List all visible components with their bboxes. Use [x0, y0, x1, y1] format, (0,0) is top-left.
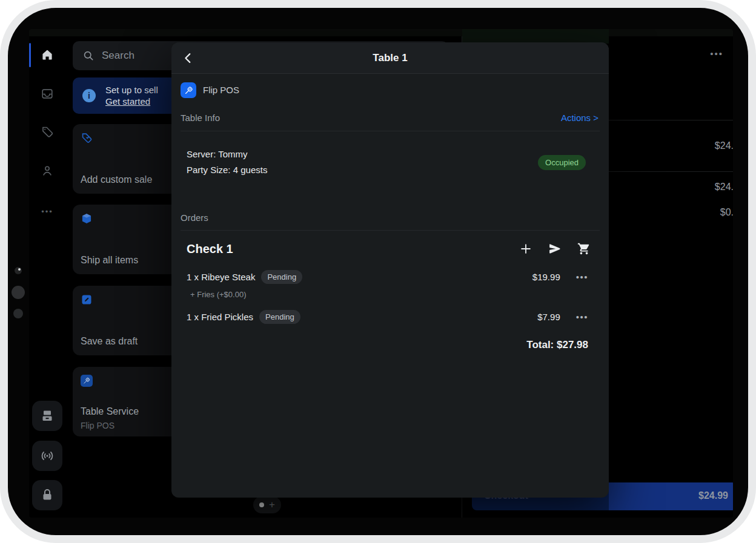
sidebar-item-customers[interactable]: [38, 161, 57, 180]
cart-button[interactable]: [576, 241, 592, 257]
spatula-icon: [81, 375, 93, 387]
sidebar-item-home[interactable]: [38, 45, 57, 65]
divider: [181, 230, 600, 231]
item-status-badge: Pending: [261, 270, 302, 284]
broadcast-button[interactable]: [32, 441, 62, 471]
banner-title: Set up to sell: [105, 84, 158, 96]
person-icon: [41, 164, 54, 177]
flip-pos-app-icon: [181, 82, 196, 98]
item-price: $19.99: [532, 272, 560, 282]
screen: ••• i Set up to sell Get started: [29, 29, 733, 518]
tile-label: Table Service: [81, 406, 139, 417]
order-total: Total: $27.98: [526, 339, 588, 351]
tile-label: Ship all items: [81, 255, 138, 266]
sidebar-item-more[interactable]: •••: [38, 202, 57, 221]
send-icon: [548, 242, 562, 255]
register-button[interactable]: [32, 401, 62, 431]
order-item-row: 1 x Ribeye Steak Pending $19.99 •••: [187, 269, 588, 285]
tile-label: Add custom sale: [81, 174, 152, 185]
add-item-button[interactable]: [518, 241, 534, 257]
info-icon: i: [82, 89, 96, 102]
modal-header: Table 1: [171, 42, 609, 74]
actions-link[interactable]: Actions >: [561, 113, 598, 123]
item-name: 1 x Ribeye Steak: [187, 272, 255, 282]
ipad-mockup: ••• i Set up to sell Get started: [0, 0, 756, 543]
cart-more-button[interactable]: •••: [701, 48, 723, 61]
tag-icon: [41, 125, 54, 139]
plus-icon: [519, 242, 532, 255]
lock-icon: [40, 488, 55, 502]
sidebar-item-products[interactable]: [38, 122, 57, 142]
item-name: 1 x Fried Pickles: [187, 312, 253, 322]
app-name: Flip POS: [203, 82, 239, 98]
status-badge: Occupied: [538, 155, 586, 170]
item-modifier: + Fries (+$0.00): [190, 290, 247, 299]
add-page-button[interactable]: +: [269, 499, 275, 510]
send-order-button[interactable]: [547, 241, 563, 257]
top-strip: [29, 29, 733, 36]
front-camera-icon: [15, 267, 22, 274]
page-indicator[interactable]: +: [253, 496, 281, 513]
draft-pencil-icon: [81, 294, 93, 306]
server-info: Server: Tommy: [187, 149, 248, 159]
search-icon: [82, 50, 94, 62]
cart-header-strip: [462, 29, 609, 44]
item-more-button[interactable]: •••: [576, 312, 588, 322]
item-more-button[interactable]: •••: [576, 272, 588, 282]
tag-edit-icon: [81, 132, 93, 144]
get-started-link[interactable]: Get started: [105, 96, 158, 107]
home-icon: [41, 48, 54, 62]
spatula-icon: [184, 85, 194, 96]
check-title: Check 1: [187, 242, 233, 256]
checkout-amount: $24.99: [698, 490, 728, 501]
cart-icon: [577, 242, 591, 255]
check-actions: [518, 241, 592, 257]
lock-button[interactable]: [32, 480, 62, 510]
inbox-tray-icon: [41, 87, 54, 100]
party-size-info: Party Size: 4 guests: [187, 165, 267, 175]
orders-heading: Orders: [181, 212, 208, 223]
package-icon: [81, 212, 93, 225]
table-modal: Table 1 Flip POS Table Info Actions > Se…: [171, 42, 609, 498]
rear-camera-icon: [12, 286, 25, 299]
item-status-badge: Pending: [259, 310, 300, 324]
modal-title: Table 1: [171, 52, 609, 64]
page-dot-icon[interactable]: [259, 502, 264, 507]
divider: [181, 131, 600, 131]
camera-dot-icon: [13, 309, 23, 318]
broadcast-icon: [40, 449, 55, 463]
table-info-heading: Table Info: [181, 113, 220, 123]
order-item-row: 1 x Fried Pickles Pending $7.99 •••: [187, 309, 588, 324]
sidebar-item-orders[interactable]: [38, 84, 57, 104]
cash-register-icon: [40, 409, 55, 423]
tile-label: Save as draft: [81, 336, 138, 347]
item-price: $7.99: [537, 312, 560, 322]
tile-sublabel: Flip POS: [81, 421, 114, 430]
active-nav-indicator: [29, 43, 31, 67]
